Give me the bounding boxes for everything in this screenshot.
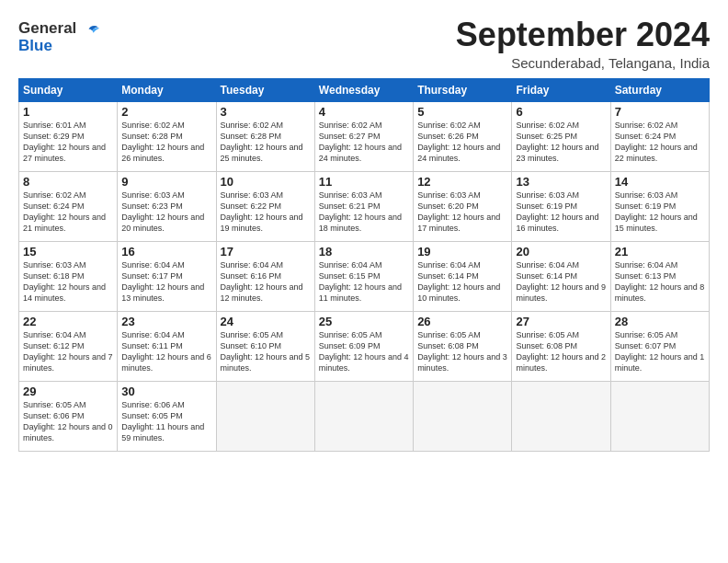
calendar-cell: 20Sunrise: 6:04 AMSunset: 6:14 PMDayligh… [512,241,610,311]
day-info: Sunrise: 6:06 AMSunset: 6:05 PMDaylight:… [121,399,211,444]
calendar-cell: 27Sunrise: 6:05 AMSunset: 6:08 PMDayligh… [512,311,610,381]
day-number: 8 [23,175,113,189]
day-number: 24 [221,315,311,328]
col-wednesday: Wednesday [314,78,413,101]
calendar-cell: 19Sunrise: 6:04 AMSunset: 6:14 PMDayligh… [414,241,512,311]
calendar-week-1: 1Sunrise: 6:01 AMSunset: 6:29 PMDaylight… [19,101,710,171]
calendar-cell: 18Sunrise: 6:04 AMSunset: 6:15 PMDayligh… [314,241,413,311]
day-info: Sunrise: 6:05 AMSunset: 6:08 PMDaylight:… [516,329,606,374]
col-tuesday: Tuesday [216,78,314,101]
day-number: 20 [516,245,606,259]
day-info: Sunrise: 6:03 AMSunset: 6:18 PMDaylight:… [23,259,113,304]
calendar-cell [610,381,709,451]
logo: General Blue [18,20,103,54]
calendar-cell: 3Sunrise: 6:02 AMSunset: 6:28 PMDaylight… [216,101,314,171]
logo-bird-icon [83,21,103,38]
calendar-cell: 5Sunrise: 6:02 AMSunset: 6:26 PMDaylight… [414,101,512,171]
day-number: 30 [121,385,211,398]
calendar-cell [216,381,314,451]
calendar-cell: 25Sunrise: 6:05 AMSunset: 6:09 PMDayligh… [314,311,413,381]
calendar-week-4: 22Sunrise: 6:04 AMSunset: 6:12 PMDayligh… [19,311,710,381]
calendar-cell: 10Sunrise: 6:03 AMSunset: 6:22 PMDayligh… [216,171,314,241]
day-info: Sunrise: 6:03 AMSunset: 6:20 PMDaylight:… [417,190,507,235]
day-number: 27 [516,315,606,328]
day-number: 23 [121,315,211,328]
day-number: 28 [615,315,705,328]
day-info: Sunrise: 6:01 AMSunset: 6:29 PMDaylight:… [23,120,113,165]
col-friday: Friday [512,78,610,101]
calendar-cell: 16Sunrise: 6:04 AMSunset: 6:17 PMDayligh… [118,241,216,311]
day-info: Sunrise: 6:03 AMSunset: 6:21 PMDaylight:… [319,190,409,235]
calendar-week-5: 29Sunrise: 6:05 AMSunset: 6:06 PMDayligh… [19,381,710,451]
day-info: Sunrise: 6:04 AMSunset: 6:12 PMDaylight:… [23,329,113,374]
day-number: 3 [221,105,311,119]
day-info: Sunrise: 6:05 AMSunset: 6:09 PMDaylight:… [319,329,409,374]
day-number: 10 [221,175,311,189]
day-info: Sunrise: 6:03 AMSunset: 6:22 PMDaylight:… [221,190,311,235]
calendar-cell: 29Sunrise: 6:05 AMSunset: 6:06 PMDayligh… [19,381,118,451]
month-title: September 2024 [456,17,710,53]
day-info: Sunrise: 6:05 AMSunset: 6:07 PMDaylight:… [615,329,705,374]
calendar-cell: 23Sunrise: 6:04 AMSunset: 6:11 PMDayligh… [118,311,216,381]
day-number: 17 [221,245,311,259]
calendar-cell: 26Sunrise: 6:05 AMSunset: 6:08 PMDayligh… [414,311,512,381]
day-info: Sunrise: 6:03 AMSunset: 6:23 PMDaylight:… [121,190,211,235]
logo-general: General [18,19,76,37]
day-info: Sunrise: 6:04 AMSunset: 6:17 PMDaylight:… [121,259,211,304]
calendar-cell: 11Sunrise: 6:03 AMSunset: 6:21 PMDayligh… [314,171,413,241]
header-row: Sunday Monday Tuesday Wednesday Thursday… [19,78,710,101]
calendar-cell: 2Sunrise: 6:02 AMSunset: 6:28 PMDaylight… [118,101,216,171]
calendar-cell: 12Sunrise: 6:03 AMSunset: 6:20 PMDayligh… [414,171,512,241]
calendar-cell: 30Sunrise: 6:06 AMSunset: 6:05 PMDayligh… [118,381,216,451]
day-number: 21 [615,245,705,259]
day-number: 12 [417,175,507,189]
col-sunday: Sunday [19,78,118,101]
calendar-cell: 6Sunrise: 6:02 AMSunset: 6:25 PMDaylight… [512,101,610,171]
day-number: 1 [23,105,113,119]
calendar-cell: 15Sunrise: 6:03 AMSunset: 6:18 PMDayligh… [19,241,118,311]
day-number: 15 [23,245,113,259]
col-thursday: Thursday [414,78,512,101]
calendar-cell: 7Sunrise: 6:02 AMSunset: 6:24 PMDaylight… [610,101,709,171]
day-info: Sunrise: 6:05 AMSunset: 6:08 PMDaylight:… [417,329,507,374]
day-number: 11 [319,175,409,189]
day-number: 18 [319,245,409,259]
day-info: Sunrise: 6:03 AMSunset: 6:19 PMDaylight:… [516,190,606,235]
col-saturday: Saturday [610,78,709,101]
day-info: Sunrise: 6:02 AMSunset: 6:28 PMDaylight:… [221,120,311,165]
day-number: 4 [319,105,409,119]
day-number: 6 [516,105,606,119]
day-number: 19 [417,245,507,259]
day-info: Sunrise: 6:04 AMSunset: 6:16 PMDaylight:… [221,259,311,304]
page: General Blue September 2024 Secunderabad… [0,0,728,461]
day-number: 25 [319,315,409,328]
day-number: 26 [417,315,507,328]
day-info: Sunrise: 6:02 AMSunset: 6:24 PMDaylight:… [615,120,705,165]
day-info: Sunrise: 6:04 AMSunset: 6:11 PMDaylight:… [121,329,211,374]
day-info: Sunrise: 6:05 AMSunset: 6:06 PMDaylight:… [23,399,113,444]
calendar-cell: 24Sunrise: 6:05 AMSunset: 6:10 PMDayligh… [216,311,314,381]
title-area: September 2024 Secunderabad, Telangana, … [456,17,710,71]
day-info: Sunrise: 6:02 AMSunset: 6:25 PMDaylight:… [516,120,606,165]
day-number: 2 [121,105,211,119]
day-info: Sunrise: 6:02 AMSunset: 6:24 PMDaylight:… [23,190,113,235]
day-info: Sunrise: 6:02 AMSunset: 6:26 PMDaylight:… [417,120,507,165]
day-number: 14 [615,175,705,189]
calendar-week-3: 15Sunrise: 6:03 AMSunset: 6:18 PMDayligh… [19,241,710,311]
calendar-cell: 17Sunrise: 6:04 AMSunset: 6:16 PMDayligh… [216,241,314,311]
calendar-cell: 8Sunrise: 6:02 AMSunset: 6:24 PMDaylight… [19,171,118,241]
calendar-cell [314,381,413,451]
calendar-cell: 14Sunrise: 6:03 AMSunset: 6:19 PMDayligh… [610,171,709,241]
day-number: 16 [121,245,211,259]
day-number: 22 [23,315,113,328]
calendar-week-2: 8Sunrise: 6:02 AMSunset: 6:24 PMDaylight… [19,171,710,241]
day-info: Sunrise: 6:03 AMSunset: 6:19 PMDaylight:… [615,190,705,235]
calendar-cell: 28Sunrise: 6:05 AMSunset: 6:07 PMDayligh… [610,311,709,381]
logo-blue: Blue [18,38,103,55]
calendar-cell: 22Sunrise: 6:04 AMSunset: 6:12 PMDayligh… [19,311,118,381]
calendar-cell: 4Sunrise: 6:02 AMSunset: 6:27 PMDaylight… [314,101,413,171]
header: General Blue September 2024 Secunderabad… [18,17,710,71]
calendar-cell: 1Sunrise: 6:01 AMSunset: 6:29 PMDaylight… [19,101,118,171]
day-info: Sunrise: 6:04 AMSunset: 6:13 PMDaylight:… [615,259,705,304]
day-info: Sunrise: 6:04 AMSunset: 6:14 PMDaylight:… [516,259,606,304]
